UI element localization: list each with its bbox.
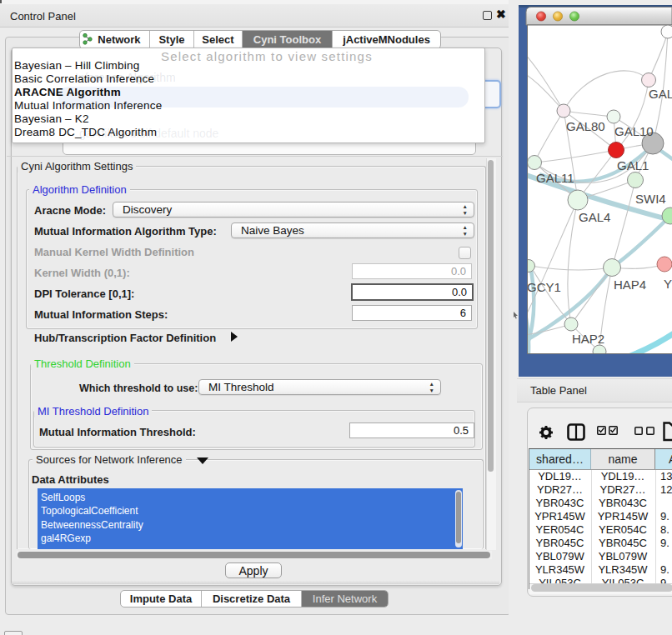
svg-text:GCY1: GCY1	[527, 280, 561, 294]
svg-text:SWI4: SWI4	[635, 192, 666, 206]
svg-text:Y: Y	[664, 277, 672, 291]
svg-text:GAL: GAL	[649, 87, 672, 101]
svg-text:HAP4: HAP4	[614, 278, 646, 292]
svg-text:HAP2: HAP2	[572, 332, 604, 346]
svg-text:GAL10: GAL10	[614, 124, 654, 138]
svg-text:GAL1: GAL1	[617, 158, 649, 172]
svg-text:GAL4: GAL4	[579, 210, 610, 224]
svg-text:GAL11: GAL11	[536, 171, 574, 185]
svg-text:GAL80: GAL80	[566, 119, 605, 133]
